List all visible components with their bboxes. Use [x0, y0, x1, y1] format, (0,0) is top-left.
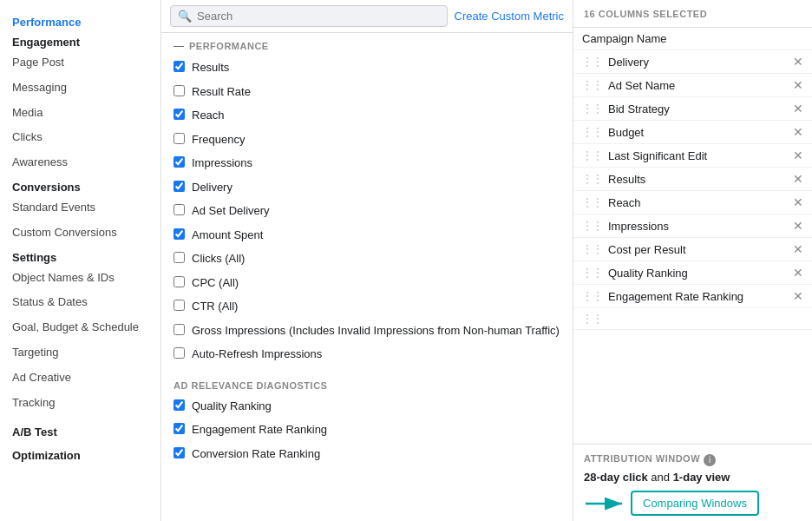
sidebar-section-engagement[interactable]: Engagement: [0, 30, 160, 50]
collapse-icon[interactable]: —: [174, 40, 184, 52]
sidebar-item-ad-creative[interactable]: Ad Creative: [0, 366, 160, 391]
remove-column-last-significant-edit[interactable]: ✕: [793, 148, 803, 162]
attribution-1day: 1-day view: [673, 471, 730, 484]
checkbox-results[interactable]: Results: [161, 56, 573, 80]
checkbox-results-input[interactable]: [174, 61, 185, 72]
checkbox-conversion-rate-ranking-input[interactable]: [174, 447, 185, 458]
checkbox-cpc-all[interactable]: CPC (All): [161, 271, 573, 295]
checkbox-ad-set-delivery-input[interactable]: [174, 204, 185, 215]
column-name-last-significant-edit: Last Significant Edit: [608, 149, 788, 162]
checkbox-ctr-all-input[interactable]: [174, 300, 185, 311]
checkbox-frequency[interactable]: Frequency: [161, 128, 573, 152]
selected-column-budget[interactable]: ⋮⋮ Budget ✕: [573, 121, 812, 144]
checkbox-quality-ranking-label: Quality Ranking: [192, 398, 272, 415]
selected-column-impressions[interactable]: ⋮⋮ Impressions ✕: [573, 214, 812, 238]
sidebar-item-awareness[interactable]: Awareness: [0, 150, 160, 175]
sidebar-item-page-post[interactable]: Page Post: [0, 50, 160, 76]
checkbox-reach[interactable]: Reach: [161, 103, 573, 128]
selected-column-bid-strategy[interactable]: ⋮⋮ Bid Strategy ✕: [573, 97, 812, 121]
sidebar-item-object-names[interactable]: Object Names & IDs: [0, 266, 160, 291]
remove-column-ad-set-name[interactable]: ✕: [793, 78, 803, 92]
checkbox-ad-set-delivery[interactable]: Ad Set Delivery: [161, 199, 573, 223]
selected-column-ad-set-name[interactable]: ⋮⋮ Ad Set Name ✕: [573, 74, 812, 97]
remove-column-engagement-rate-ranking[interactable]: ✕: [793, 289, 803, 303]
drag-handle-icon: ⋮⋮: [582, 79, 603, 91]
selected-column-delivery[interactable]: ⋮⋮ Delivery ✕: [573, 50, 812, 74]
checkbox-clicks-all[interactable]: Clicks (All): [161, 247, 573, 271]
checkbox-cpc-all-input[interactable]: [174, 276, 185, 287]
checkbox-conversion-rate-ranking[interactable]: Conversion Rate Ranking: [161, 442, 573, 466]
column-name-impressions: Impressions: [608, 220, 788, 233]
checkbox-gross-impressions-input[interactable]: [174, 324, 185, 335]
checkbox-delivery-input[interactable]: [174, 181, 185, 192]
attribution-info-icon[interactable]: i: [704, 454, 716, 466]
checkbox-quality-ranking-input[interactable]: [174, 399, 185, 411]
search-input-wrapper[interactable]: 🔍: [170, 5, 448, 27]
checkbox-result-rate[interactable]: Result Rate: [161, 80, 573, 104]
remove-column-impressions[interactable]: ✕: [793, 219, 803, 233]
performance-section-header: — PERFORMANCE: [161, 33, 573, 56]
selected-column-quality-ranking[interactable]: ⋮⋮ Quality Ranking ✕: [573, 261, 812, 285]
sidebar-item-goal-budget[interactable]: Goal, Budget & Schedule: [0, 315, 160, 340]
sidebar-section-performance[interactable]: Performance: [0, 10, 160, 30]
sidebar-item-standard-events[interactable]: Standard Events: [0, 195, 160, 221]
checkbox-delivery[interactable]: Delivery: [161, 175, 573, 200]
selected-columns-list: Campaign Name ⋮⋮ Delivery ✕ ⋮⋮ Ad Set Na…: [573, 28, 812, 444]
checkbox-engagement-rate-ranking[interactable]: Engagement Rate Ranking: [161, 418, 573, 442]
checkbox-impressions[interactable]: Impressions: [161, 151, 573, 175]
checkbox-ad-set-delivery-label: Ad Set Delivery: [192, 202, 270, 220]
sidebar-section-optimization[interactable]: Optimization: [0, 444, 160, 464]
remove-column-results[interactable]: ✕: [793, 172, 803, 186]
column-name-engagement-rate-ranking: Engagement Rate Ranking: [608, 290, 788, 303]
checkbox-impressions-input[interactable]: [174, 156, 185, 168]
right-panel-header: 16 COLUMNS SELECTED: [573, 0, 812, 28]
checkbox-auto-refresh[interactable]: Auto-Refresh Impressions: [161, 342, 573, 366]
sidebar-item-clicks[interactable]: Clicks: [0, 125, 160, 150]
sidebar-section-conversions[interactable]: Conversions: [0, 175, 160, 195]
sidebar-section-settings[interactable]: Settings: [0, 246, 160, 266]
performance-section-label: PERFORMANCE: [189, 41, 269, 51]
remove-column-delivery[interactable]: ✕: [793, 55, 803, 69]
comparing-windows-button[interactable]: Comparing Windows: [631, 491, 759, 516]
checkbox-amount-spent-input[interactable]: [174, 228, 185, 240]
remove-column-cost-per-result[interactable]: ✕: [793, 242, 803, 256]
create-custom-metric-button[interactable]: Create Custom Metric: [455, 10, 564, 23]
ad-relevance-section-label: AD RELEVANCE DIAGNOSTICS: [174, 380, 327, 391]
checkbox-reach-label: Reach: [192, 107, 225, 124]
checkbox-engagement-rate-ranking-input[interactable]: [174, 423, 185, 434]
middle-content: — PERFORMANCE Results Result Rate Reach …: [161, 33, 573, 521]
checkbox-ctr-all[interactable]: CTR (All): [161, 294, 573, 319]
search-bar: 🔍 Create Custom Metric: [161, 0, 573, 33]
sidebar-item-media[interactable]: Media: [0, 101, 160, 126]
remove-column-reach[interactable]: ✕: [793, 195, 803, 209]
checkbox-amount-spent[interactable]: Amount Spent: [161, 223, 573, 247]
checkbox-frequency-input[interactable]: [174, 133, 185, 144]
checkbox-result-rate-input[interactable]: [174, 85, 185, 96]
search-input[interactable]: [197, 10, 440, 23]
checkbox-amount-spent-label: Amount Spent: [192, 227, 263, 244]
selected-column-engagement-rate-ranking[interactable]: ⋮⋮ Engagement Rate Ranking ✕: [573, 285, 812, 308]
remove-column-quality-ranking[interactable]: ✕: [793, 266, 803, 280]
checkbox-quality-ranking[interactable]: Quality Ranking: [161, 394, 573, 419]
sidebar-section-ab-test[interactable]: A/B Test: [0, 420, 160, 440]
column-name-ad-set-name: Ad Set Name: [608, 79, 788, 92]
sidebar-item-tracking[interactable]: Tracking: [0, 391, 160, 416]
checkbox-clicks-all-label: Clicks (All): [192, 250, 245, 267]
sidebar-item-messaging[interactable]: Messaging: [0, 76, 160, 101]
selected-column-placeholder[interactable]: ⋮⋮: [573, 308, 812, 330]
checkbox-gross-impressions[interactable]: Gross Impressions (Includes Invalid Impr…: [161, 319, 573, 343]
selected-column-cost-per-result[interactable]: ⋮⋮ Cost per Result ✕: [573, 238, 812, 261]
checkbox-clicks-all-input[interactable]: [174, 252, 185, 263]
remove-column-bid-strategy[interactable]: ✕: [793, 102, 803, 115]
checkbox-auto-refresh-input[interactable]: [174, 347, 185, 359]
selected-column-results[interactable]: ⋮⋮ Results ✕: [573, 168, 812, 191]
remove-column-budget[interactable]: ✕: [793, 125, 803, 139]
drag-handle-icon: ⋮⋮: [582, 220, 603, 232]
attribution-row: Comparing Windows: [584, 491, 802, 516]
sidebar-item-status-dates[interactable]: Status & Dates: [0, 290, 160, 315]
sidebar-item-targeting[interactable]: Targeting: [0, 340, 160, 366]
selected-column-last-significant-edit[interactable]: ⋮⋮ Last Significant Edit ✕: [573, 144, 812, 168]
selected-column-reach[interactable]: ⋮⋮ Reach ✕: [573, 191, 812, 214]
checkbox-reach-input[interactable]: [174, 109, 185, 120]
sidebar-item-custom-conversions[interactable]: Custom Conversions: [0, 221, 160, 246]
